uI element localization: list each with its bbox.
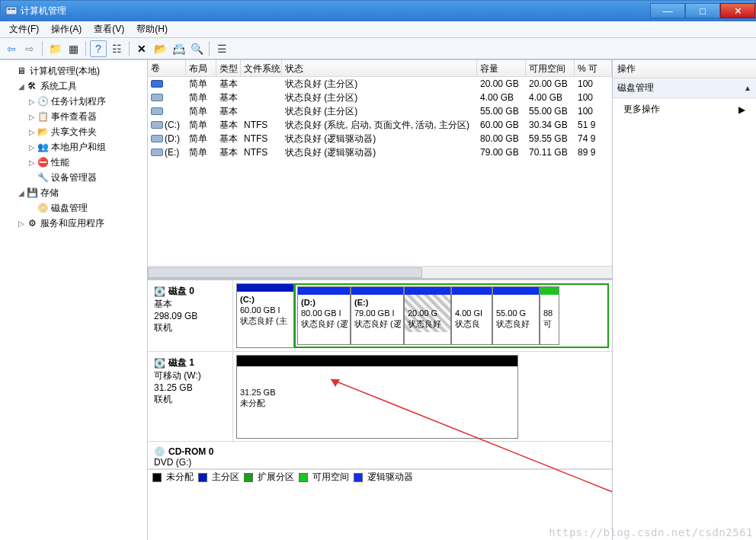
- services-icon: ⚙: [26, 217, 38, 229]
- disk0-part-c[interactable]: (C:)60.00 GB I状态良好 (主: [236, 283, 294, 348]
- col-status[interactable]: 状态: [282, 60, 477, 76]
- volume-row[interactable]: (C:)简单基本NTFS状态良好 (系统, 启动, 页面文件, 活动, 主分区)…: [148, 118, 612, 132]
- help-button[interactable]: ?: [90, 40, 107, 57]
- disk0-part-e[interactable]: (E:)79.00 GB I状态良好 (逻: [351, 286, 404, 345]
- clock-icon: 🕒: [37, 95, 49, 107]
- cdrom-row[interactable]: 💿CD-ROM 0 DVD (G:): [148, 442, 612, 469]
- legend-free-label: 可用空间: [312, 471, 349, 484]
- users-icon: 👥: [37, 141, 49, 153]
- drive-icon: [151, 107, 163, 115]
- tree-systools[interactable]: ◢🛠系统工具: [2, 78, 146, 94]
- volume-row[interactable]: 简单基本状态良好 (主分区)4.00 GB4.00 GB100: [148, 91, 612, 104]
- actions-section-diskmgmt[interactable]: 磁盘管理▲: [613, 78, 756, 98]
- col-capacity[interactable]: 容量: [477, 60, 526, 76]
- tree-scheduler[interactable]: ▷🕒任务计划程序: [2, 94, 146, 109]
- legend-ext-swatch: [244, 473, 253, 482]
- collapse-icon: ▲: [744, 84, 751, 92]
- drive-icon: [151, 121, 163, 129]
- ext-button[interactable]: ☰: [213, 40, 230, 57]
- disk0-row[interactable]: 💽磁盘 0 基本 298.09 GB 联机 (C:)60.00 GB I状态良好…: [148, 280, 612, 352]
- disk0-part-d[interactable]: (D:)80.00 GB I状态良好 (逻: [297, 286, 351, 345]
- actions-more[interactable]: 更多操作▶: [613, 98, 756, 120]
- menu-view[interactable]: 查看(V): [88, 21, 130, 37]
- tools-icon: 🛠: [26, 80, 38, 92]
- tree-root[interactable]: 🖥计算机管理(本地): [2, 63, 146, 78]
- tree-shared[interactable]: ▷📂共享文件夹: [2, 124, 146, 139]
- tree-services[interactable]: ▷⚙服务和应用程序: [2, 216, 146, 231]
- back-button[interactable]: ⇦: [3, 40, 20, 57]
- legend-logical-label: 逻辑驱动器: [367, 471, 413, 484]
- col-layout[interactable]: 布局: [186, 60, 216, 76]
- col-type[interactable]: 类型: [216, 60, 241, 76]
- drive-icon: [151, 80, 163, 88]
- toolbar: ⇦ ⇨ 📁 ▦ ? ☷ ✕ 📂 📇 🔍 ☰: [0, 38, 756, 59]
- disk0-part-4g[interactable]: 4.00 GI状态良: [451, 286, 492, 345]
- tree-devmgr[interactable]: 🔧设备管理器: [2, 170, 146, 185]
- legend-unalloc-label: 未分配: [166, 471, 194, 484]
- window-title: 计算机管理: [21, 5, 66, 18]
- disk-icon: 📀: [37, 202, 49, 214]
- views-button[interactable]: ▦: [65, 40, 82, 57]
- menu-action[interactable]: 操作(A): [45, 21, 88, 37]
- disk0-free[interactable]: 88可: [540, 286, 559, 345]
- delete-button[interactable]: ✕: [133, 40, 150, 57]
- disk0-part-20g[interactable]: 20.00 G状态良好: [404, 286, 451, 345]
- col-free[interactable]: 可用空间: [526, 60, 575, 76]
- legend-primary-swatch: [198, 473, 207, 482]
- removable-disk-icon: 💽: [154, 358, 165, 369]
- disk0-part-55g[interactable]: 55.00 G状态良好: [492, 286, 540, 345]
- cdrom-icon: 💿: [154, 446, 165, 457]
- find-button[interactable]: 🔍: [188, 40, 205, 57]
- disk1-meta: 💽磁盘 1 可移动 (W:) 31.25 GB 联机: [148, 352, 233, 441]
- computer-icon: 🖥: [15, 65, 27, 77]
- properties-button[interactable]: 📇: [170, 40, 187, 57]
- disk1-row[interactable]: 💽磁盘 1 可移动 (W:) 31.25 GB 联机 31.25 GB未分配: [148, 352, 612, 442]
- maximize-button[interactable]: □: [685, 3, 720, 18]
- open-button[interactable]: 📂: [152, 40, 168, 57]
- svg-rect-1: [8, 8, 11, 10]
- minimize-button[interactable]: —: [650, 3, 685, 18]
- scrollbar-thumb[interactable]: [148, 267, 422, 278]
- volume-list[interactable]: 简单基本状态良好 (主分区)20.00 GB20.00 GB100简单基本状态良…: [148, 77, 612, 159]
- chevron-right-icon: ▶: [738, 104, 745, 115]
- share-icon: 📂: [37, 126, 49, 138]
- forward-button[interactable]: ⇨: [21, 40, 38, 57]
- cdrom-meta: 💿CD-ROM 0 DVD (G:): [148, 442, 605, 468]
- disk-icon: 💽: [154, 286, 165, 297]
- volume-header[interactable]: 卷 布局 类型 文件系统 状态 容量 可用空间 % 可: [148, 60, 612, 77]
- tree-users[interactable]: ▷👥本地用户和组: [2, 139, 146, 155]
- menu-file[interactable]: 文件(F): [3, 21, 45, 37]
- svg-rect-2: [11, 8, 15, 10]
- legend-ext-label: 扩展分区: [258, 471, 294, 484]
- horizontal-scrollbar[interactable]: [148, 266, 612, 278]
- legend-logical-swatch: [354, 473, 363, 482]
- legend-unalloc-swatch: [152, 473, 162, 482]
- event-icon: 📋: [37, 110, 49, 123]
- disk0-extended: (D:)80.00 GB I状态良好 (逻 (E:)79.00 GB I状态良好…: [294, 283, 609, 348]
- volume-row[interactable]: 简单基本状态良好 (主分区)20.00 GB20.00 GB100: [148, 77, 612, 91]
- up-folder-button[interactable]: 📁: [46, 40, 63, 57]
- navigation-tree[interactable]: 🖥计算机管理(本地) ◢🛠系统工具 ▷🕒任务计划程序 ▷📋事件查看器 ▷📂共享文…: [0, 60, 148, 540]
- tree-perf[interactable]: ▷⛔性能: [2, 155, 146, 170]
- close-button[interactable]: ✕: [720, 3, 755, 18]
- disk1-unallocated[interactable]: 31.25 GB未分配: [236, 355, 518, 439]
- tree-storage[interactable]: ◢💾存储: [2, 185, 146, 200]
- volume-row[interactable]: (D:)简单基本NTFS状态良好 (逻辑驱动器)80.00 GB59.55 GB…: [148, 132, 612, 145]
- volume-row[interactable]: (E:)简单基本NTFS状态良好 (逻辑驱动器)79.00 GB70.11 GB…: [148, 145, 612, 159]
- sheet-button[interactable]: ☷: [108, 40, 125, 57]
- tree-eventviewer[interactable]: ▷📋事件查看器: [2, 109, 146, 124]
- col-fs[interactable]: 文件系统: [241, 60, 282, 76]
- tree-diskmgmt[interactable]: 📀磁盘管理: [2, 200, 146, 216]
- title-bar: 计算机管理 — □ ✕: [0, 0, 756, 21]
- drive-icon: [151, 149, 163, 156]
- col-pct[interactable]: % 可: [575, 60, 612, 76]
- disk-graphical-pane: 💽磁盘 0 基本 298.09 GB 联机 (C:)60.00 GB I状态良好…: [148, 278, 612, 540]
- disk0-meta: 💽磁盘 0 基本 298.09 GB 联机: [148, 280, 233, 351]
- device-icon: 🔧: [37, 171, 49, 184]
- volume-row[interactable]: 简单基本状态良好 (主分区)55.00 GB55.00 GB100: [148, 104, 612, 118]
- menu-help[interactable]: 帮助(H): [130, 21, 174, 37]
- perf-icon: ⛔: [37, 156, 49, 168]
- legend-primary-label: 主分区: [212, 471, 239, 484]
- legend: 未分配 主分区 扩展分区 可用空间 逻辑驱动器: [148, 469, 612, 484]
- col-volume[interactable]: 卷: [148, 60, 186, 76]
